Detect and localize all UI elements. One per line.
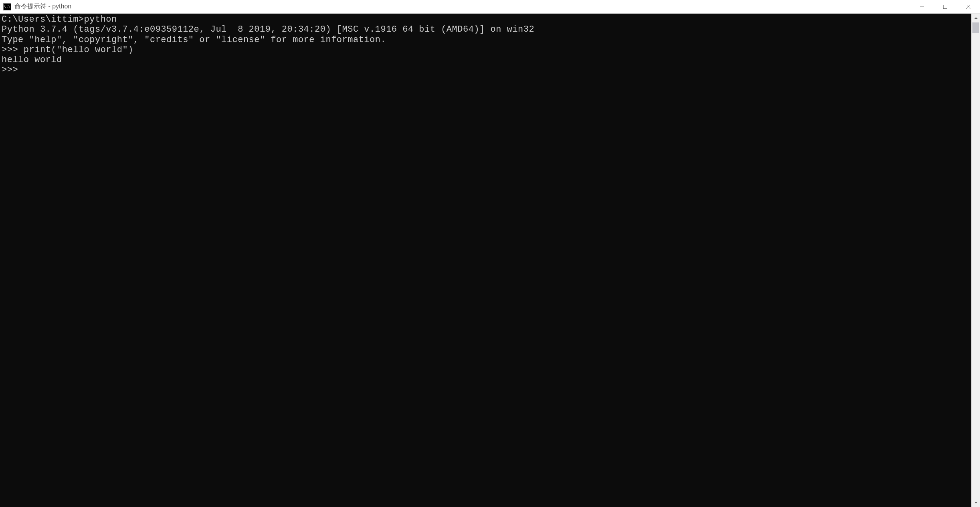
close-button[interactable] (957, 0, 980, 13)
client-area: C:\Users\ittim>python Python 3.7.4 (tags… (0, 14, 980, 507)
terminal-output[interactable]: C:\Users\ittim>python Python 3.7.4 (tags… (0, 14, 971, 507)
chevron-up-icon (974, 16, 978, 20)
cmd-icon (3, 3, 11, 10)
scroll-down-button[interactable] (972, 498, 980, 507)
close-icon (966, 4, 971, 9)
scroll-track[interactable] (972, 22, 980, 498)
maximize-icon (943, 4, 948, 9)
vertical-scrollbar[interactable] (971, 14, 980, 507)
window-controls (910, 0, 980, 13)
titlebar-left: 命令提示符 - python (3, 2, 71, 11)
scroll-up-button[interactable] (972, 14, 980, 22)
minimize-icon (919, 4, 924, 9)
chevron-down-icon (974, 501, 978, 505)
scroll-thumb[interactable] (972, 22, 979, 33)
command-prompt-window: 命令提示符 - python C:\Users\ittim>python Pyt… (0, 0, 980, 507)
svg-rect-1 (944, 5, 947, 8)
window-title: 命令提示符 - python (14, 2, 71, 11)
minimize-button[interactable] (910, 0, 934, 13)
titlebar[interactable]: 命令提示符 - python (0, 0, 980, 14)
maximize-button[interactable] (934, 0, 957, 13)
